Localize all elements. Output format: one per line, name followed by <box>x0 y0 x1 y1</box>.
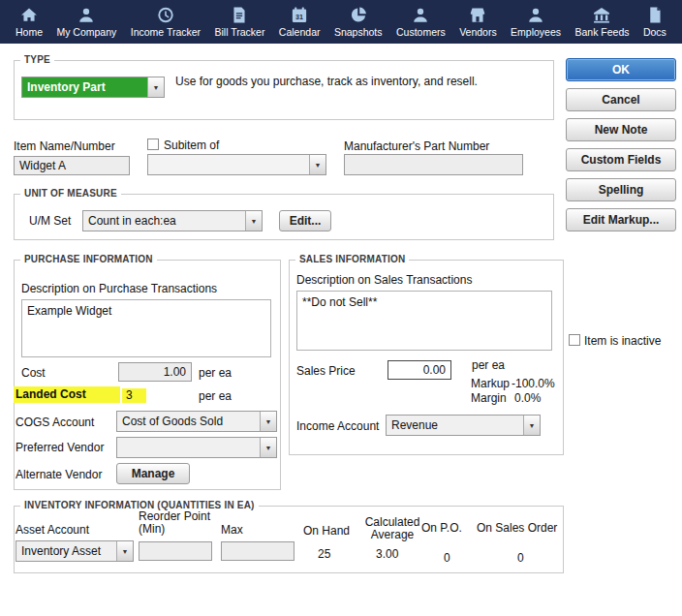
type-description: Use for goods you purchase, track as inv… <box>175 75 543 88</box>
markup-value: -100.0% <box>512 377 555 390</box>
toolbar-item-snapshots[interactable]: Snapshots <box>328 0 388 44</box>
um-set-label: U/M Set <box>29 214 71 228</box>
max-label: Max <box>221 523 243 537</box>
toolbar-item-label: Calendar <box>279 26 321 38</box>
toolbar-item-label: Income Tracker <box>131 26 201 38</box>
type-legend: TYPE <box>20 54 54 65</box>
on-hand-label: On Hand <box>303 524 350 538</box>
income-account-label: Income Account <box>296 419 379 433</box>
landed-cost-value: 3 <box>122 388 146 403</box>
on-po-label: On P.O. <box>421 521 462 535</box>
my-company-icon <box>77 6 96 24</box>
edit-markup-button[interactable]: Edit Markup... <box>566 208 676 231</box>
landed-cost-label: Landed Cost <box>14 386 120 403</box>
employees-icon <box>526 6 545 24</box>
ok-button[interactable]: OK <box>566 58 676 81</box>
calculated-average-value: 3.00 <box>376 547 398 561</box>
sales-price-label: Sales Price <box>296 364 356 378</box>
subitem-value <box>148 155 309 174</box>
main-toolbar: HomeMy CompanyIncome TrackerBill Tracker… <box>0 0 682 44</box>
income-account-dropdown[interactable]: Revenue ▼ <box>386 415 541 436</box>
spelling-button[interactable]: Spelling <box>566 178 676 201</box>
toolbar-item-label: Vendors <box>459 26 497 38</box>
income-tracker-icon <box>156 6 175 24</box>
asset-account-value: Inventory Asset <box>16 541 116 561</box>
landed-cost-unit: per ea <box>199 389 232 403</box>
chevron-down-icon[interactable]: ▼ <box>260 438 276 457</box>
cost-unit: per ea <box>199 366 232 380</box>
toolbar-item-calendar[interactable]: 31Calendar <box>273 0 326 44</box>
preferred-vendor-label: Preferred Vendor <box>16 441 104 454</box>
cancel-button[interactable]: Cancel <box>566 88 676 111</box>
svg-text:31: 31 <box>295 14 303 21</box>
reorder-point-label: Reorder Point (Min) <box>139 510 214 536</box>
sales-desc-label: Description on Sales Transactions <box>296 273 472 287</box>
sales-price-unit: per ea <box>472 358 505 372</box>
toolbar-item-label: Employees <box>511 26 561 38</box>
um-set-value: Count in each:ea <box>83 211 245 231</box>
vendors-icon <box>468 6 487 24</box>
subitem-checkbox[interactable] <box>147 139 159 150</box>
cost-label: Cost <box>21 366 46 380</box>
edit-item-window: HomeMy CompanyIncome TrackerBill Tracker… <box>0 0 682 616</box>
subitem-dropdown[interactable]: ▼ <box>147 154 326 175</box>
mfr-part-number-input[interactable] <box>344 154 523 175</box>
max-input[interactable] <box>221 541 294 561</box>
toolbar-item-label: Customers <box>396 26 446 38</box>
item-type-dropdown[interactable]: Inventory Part ▼ <box>21 77 165 98</box>
toolbar-item-customers[interactable]: Customers <box>390 0 451 44</box>
toolbar-item-label: My Company <box>56 26 116 38</box>
toolbar-item-docs[interactable]: Docs <box>637 0 672 44</box>
toolbar-item-label: Docs <box>643 26 666 38</box>
toolbar-item-label: Snapshots <box>334 26 383 38</box>
cost-input[interactable] <box>118 362 192 382</box>
chevron-down-icon[interactable]: ▼ <box>260 412 276 431</box>
manage-button[interactable]: Manage <box>116 463 190 484</box>
on-po-value: 0 <box>444 551 450 565</box>
chevron-down-icon[interactable]: ▼ <box>245 211 262 231</box>
item-type-value: Inventory Part <box>22 77 147 97</box>
toolbar-item-bank-feeds[interactable]: Bank Feeds <box>569 0 635 44</box>
chevron-down-icon[interactable]: ▼ <box>309 155 326 174</box>
um-set-dropdown[interactable]: Count in each:ea ▼ <box>82 210 263 231</box>
cogs-account-label: COGS Account <box>16 416 94 429</box>
asset-account-dropdown[interactable]: Inventory Asset ▼ <box>16 540 134 562</box>
item-inactive-checkbox[interactable] <box>569 334 580 346</box>
snapshots-icon <box>349 6 368 24</box>
cogs-account-dropdown[interactable]: Cost of Goods Sold ▼ <box>116 411 277 432</box>
subitem-label: Subitem of <box>164 139 219 152</box>
new-note-button[interactable]: New Note <box>566 118 676 141</box>
preferred-vendor-dropdown[interactable]: ▼ <box>116 437 277 458</box>
reorder-point-input[interactable] <box>139 541 212 561</box>
sales-desc-textarea[interactable]: **Do not Sell** <box>296 291 552 351</box>
chevron-down-icon[interactable]: ▼ <box>523 416 540 435</box>
sales-price-input[interactable] <box>388 360 451 380</box>
toolbar-item-home[interactable]: Home <box>10 0 48 44</box>
custom-fields-button[interactable]: Custom Fields <box>566 148 676 171</box>
toolbar-item-vendors[interactable]: Vendors <box>453 0 503 44</box>
toolbar-item-bill-tracker[interactable]: Bill Tracker <box>209 0 271 44</box>
inventory-groupbox: INVENTORY INFORMATION (QUANTITIES IN EA) <box>14 506 564 573</box>
on-sales-order-label: On Sales Order <box>477 521 557 535</box>
calculated-average-label: Calculated Average <box>362 516 422 541</box>
toolbar-item-income-tracker[interactable]: Income Tracker <box>125 0 206 44</box>
item-name-input[interactable] <box>14 156 130 175</box>
purchase-desc-textarea[interactable]: Example Widget <box>21 299 271 357</box>
purchase-desc-label: Description on Purchase Transactions <box>21 282 217 295</box>
margin-label: Margin <box>471 391 507 405</box>
purchase-legend: PURCHASE INFORMATION <box>20 254 157 264</box>
chevron-down-icon[interactable]: ▼ <box>116 541 133 561</box>
toolbar-item-label: Home <box>16 26 43 38</box>
toolbar-item-label: Bill Tracker <box>215 26 265 38</box>
bank-feeds-icon <box>592 6 611 24</box>
cogs-account-value: Cost of Goods Sold <box>117 412 260 431</box>
item-inactive-label: Item is inactive <box>584 334 661 348</box>
toolbar-item-employees[interactable]: Employees <box>505 0 567 44</box>
um-edit-button[interactable]: Edit... <box>279 210 331 231</box>
chevron-down-icon[interactable]: ▼ <box>147 77 164 97</box>
margin-value: 0.0% <box>514 391 541 405</box>
asset-account-label: Asset Account <box>16 523 89 537</box>
preferred-vendor-value <box>117 438 260 457</box>
uom-legend: UNIT OF MEASURE <box>20 188 121 199</box>
toolbar-item-my-company[interactable]: My Company <box>50 0 122 44</box>
